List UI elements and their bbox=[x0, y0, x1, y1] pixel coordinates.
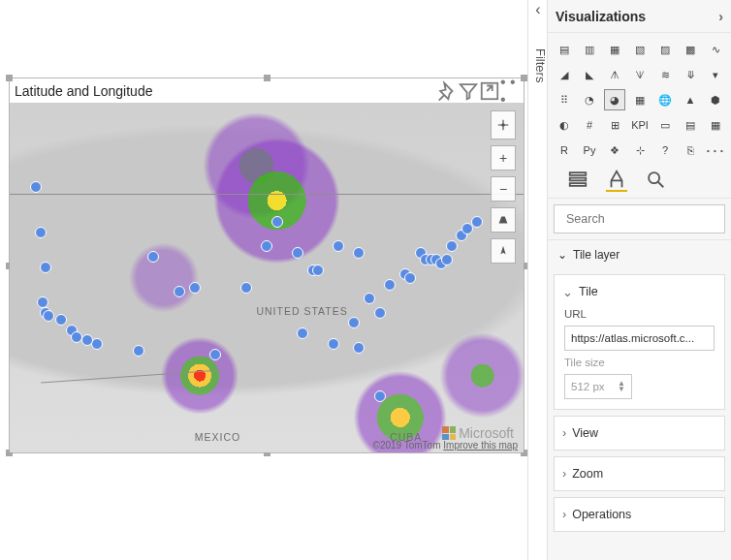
viz-100-stacked-column-icon[interactable]: ▩ bbox=[680, 39, 701, 60]
map-data-point[interactable] bbox=[40, 262, 51, 273]
map-data-point[interactable] bbox=[364, 293, 375, 304]
viz-map-icon[interactable]: 🌐 bbox=[654, 89, 676, 110]
search-box[interactable] bbox=[554, 204, 725, 233]
analytics-tab[interactable] bbox=[645, 169, 666, 192]
viz-matrix-icon[interactable]: ▦ bbox=[705, 114, 726, 136]
map-data-point[interactable] bbox=[328, 338, 339, 350]
fields-tab[interactable] bbox=[567, 169, 588, 192]
viz-gauge-icon[interactable]: ◐ bbox=[554, 114, 575, 136]
map-data-point[interactable] bbox=[189, 282, 201, 294]
map-nav-button[interactable] bbox=[491, 110, 516, 140]
viz-clustered-bar-icon[interactable]: ▥ bbox=[579, 39, 600, 60]
collapse-pane-icon[interactable]: › bbox=[718, 9, 723, 24]
viz-decomposition-icon[interactable]: ⊹ bbox=[629, 140, 651, 161]
map-visual-container[interactable]: Latitude and Longitude • • • UNITED STAT… bbox=[9, 78, 524, 453]
viz-multi-card-icon[interactable]: ⊞ bbox=[604, 114, 625, 136]
map-data-point[interactable] bbox=[271, 216, 283, 228]
map-data-point[interactable] bbox=[461, 223, 473, 234]
map-data-point[interactable] bbox=[312, 264, 324, 276]
viz-r-visual-icon[interactable]: R bbox=[554, 140, 575, 161]
viz-stacked-area-icon[interactable]: ◣ bbox=[579, 64, 600, 85]
map-data-point[interactable] bbox=[348, 317, 360, 328]
map-data-point[interactable] bbox=[55, 314, 67, 326]
viz-table-icon[interactable]: ▤ bbox=[680, 114, 701, 136]
viz-pie-icon[interactable]: ◔ bbox=[579, 89, 600, 110]
improve-map-link[interactable]: Improve this map bbox=[443, 440, 518, 451]
viz-card-icon[interactable]: # bbox=[579, 114, 600, 136]
viz-key-influencers-icon[interactable]: ❖ bbox=[604, 140, 625, 161]
map-data-point[interactable] bbox=[446, 240, 458, 252]
tile-url-input[interactable] bbox=[564, 326, 715, 351]
map-data-point[interactable] bbox=[333, 240, 344, 252]
azure-map[interactable]: UNITED STATESMEXICOCUBA + − Microsoft ©2… bbox=[10, 103, 524, 452]
map-data-point[interactable] bbox=[81, 334, 93, 346]
viz-line-stacked-icon[interactable]: ⩛ bbox=[629, 64, 651, 85]
viz-qna-icon[interactable]: ? bbox=[654, 140, 676, 161]
filters-label[interactable]: Filters bbox=[528, 48, 548, 82]
tile-card-header[interactable]: ⌄ Tile bbox=[555, 275, 724, 308]
map-data-point[interactable] bbox=[147, 251, 159, 263]
viz-line-clustered-icon[interactable]: ⩚ bbox=[604, 64, 625, 85]
map-data-point[interactable] bbox=[35, 227, 47, 238]
map-data-point[interactable] bbox=[471, 216, 483, 228]
viz-stacked-column-icon[interactable]: ▦ bbox=[604, 39, 625, 60]
viz-py-visual-icon[interactable]: Py bbox=[579, 140, 600, 161]
viz-donut-icon[interactable]: ◕ bbox=[604, 89, 625, 110]
svg-point-5 bbox=[649, 172, 659, 183]
map-data-point[interactable] bbox=[240, 282, 252, 294]
map-data-point[interactable] bbox=[91, 338, 103, 350]
viz-line-icon[interactable]: ∿ bbox=[705, 39, 726, 60]
viz-more-icon[interactable] bbox=[705, 140, 726, 161]
map-data-point[interactable] bbox=[292, 247, 303, 259]
map-data-point[interactable] bbox=[209, 349, 221, 360]
viz-funnel-icon[interactable]: ▾ bbox=[705, 64, 726, 85]
viz-treemap-icon[interactable]: ▦ bbox=[629, 89, 651, 110]
map-attribution: ©2019 TomTom Improve this map bbox=[373, 440, 518, 451]
viz-slicer-icon[interactable]: ▭ bbox=[654, 114, 676, 136]
map-data-point[interactable] bbox=[43, 310, 54, 322]
viz-scatter-icon[interactable]: ⠿ bbox=[554, 89, 575, 110]
map-label: UNITED STATES bbox=[256, 305, 347, 317]
zoom-in-button[interactable]: + bbox=[491, 145, 516, 171]
viz-area-icon[interactable]: ◢ bbox=[554, 64, 575, 85]
visualizations-pane: Visualizations › ▤▥▦▧▨▩∿◢◣⩚⩛≋⤋▾⠿◔◕▦🌐▲⬢◐#… bbox=[547, 0, 731, 560]
report-canvas[interactable]: Latitude and Longitude • • • UNITED STAT… bbox=[0, 0, 527, 560]
map-data-point[interactable] bbox=[374, 390, 386, 402]
viz-ribbon-icon[interactable]: ≋ bbox=[654, 64, 676, 85]
viz-paginated-icon[interactable]: ⎘ bbox=[680, 140, 701, 161]
map-data-point[interactable] bbox=[174, 286, 185, 297]
search-input[interactable] bbox=[566, 212, 718, 226]
zoom-card-header[interactable]: › Zoom bbox=[555, 457, 724, 490]
map-data-point[interactable] bbox=[384, 279, 396, 291]
more-icon[interactable]: • • • bbox=[500, 80, 522, 102]
compass-button[interactable] bbox=[491, 238, 516, 264]
map-data-point[interactable] bbox=[297, 327, 308, 339]
map-data-point[interactable] bbox=[353, 342, 365, 354]
map-data-point[interactable] bbox=[261, 240, 272, 252]
map-data-point[interactable] bbox=[374, 307, 386, 319]
operations-card-header[interactable]: › Operations bbox=[555, 498, 724, 531]
pitch-button[interactable] bbox=[491, 207, 516, 233]
viz-stacked-bar-icon[interactable]: ▤ bbox=[554, 39, 575, 60]
viz-100-stacked-bar-icon[interactable]: ▨ bbox=[654, 39, 676, 60]
expand-filters-icon[interactable]: ‹ bbox=[528, 0, 548, 19]
focus-mode-icon[interactable] bbox=[479, 80, 500, 102]
map-data-point[interactable] bbox=[133, 345, 144, 357]
viz-waterfall-icon[interactable]: ⤋ bbox=[680, 64, 701, 85]
tile-size-input[interactable]: 512 px ▲▼ bbox=[564, 374, 632, 399]
format-tab[interactable] bbox=[606, 169, 627, 192]
viz-kpi-icon[interactable]: KPI bbox=[629, 114, 651, 136]
viz-clustered-column-icon[interactable]: ▧ bbox=[629, 39, 651, 60]
map-data-point[interactable] bbox=[404, 272, 416, 284]
map-data-point[interactable] bbox=[353, 247, 365, 259]
viz-filled-map-icon[interactable]: ▲ bbox=[680, 89, 701, 110]
pin-icon[interactable] bbox=[436, 80, 458, 102]
chevron-right-icon: › bbox=[562, 467, 566, 481]
zoom-out-button[interactable]: − bbox=[491, 176, 516, 202]
map-data-point[interactable] bbox=[441, 254, 453, 265]
tile-layer-section[interactable]: ⌄ Tile layer bbox=[548, 239, 731, 268]
funnel-icon[interactable] bbox=[458, 80, 479, 102]
view-card-header[interactable]: › View bbox=[555, 417, 724, 450]
map-data-point[interactable] bbox=[30, 181, 42, 193]
viz-shape-map-icon[interactable]: ⬢ bbox=[705, 89, 726, 110]
